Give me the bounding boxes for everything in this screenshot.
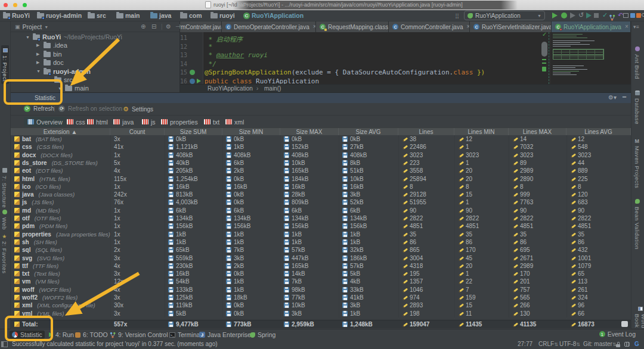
stripe-tab-word-book[interactable]: Word Book (634, 306, 644, 329)
run-anything-button[interactable] (586, 13, 592, 18)
toolwindow-switcher-icon[interactable] (1, 341, 8, 347)
table-row-svg[interactable]: svg(SVG files)3x559kB3kB447kB186kB300445… (11, 254, 631, 262)
table-row-ds_store[interactable]: ds_store(DS_STORE files)5x40kB6kB10kB8kB… (11, 159, 631, 167)
tree-chevron-icon[interactable]: ▼ (36, 69, 41, 73)
table-row-eot[interactable]: eot(EOT files)4x205kB2kB165kB51kB3558202… (11, 167, 631, 174)
table-row-html[interactable]: html(HTML files)115x1,254kB0kB184kB10kB2… (11, 175, 631, 183)
stripe-tab-7-structure[interactable]: 7: Structure (1, 168, 8, 208)
stripe-tab-maven-projects[interactable]: MMaven Projects (634, 138, 640, 188)
plugin-robot-icon[interactable] (624, 342, 630, 347)
tree-chevron-icon[interactable]: ▶ (36, 52, 41, 57)
breadcrumb-method[interactable]: main() (264, 85, 281, 92)
tree-chevron-icon[interactable]: ▼ (58, 86, 63, 91)
run-button[interactable] (552, 13, 558, 18)
statistic-header[interactable]: Statistic ⚙▾ ━ (11, 93, 631, 103)
editor-tab-CommonController.java[interactable]: CCommonController.java× (389, 21, 470, 32)
tree-item-doc[interactable]: ▶doc (36, 58, 64, 67)
event-log-button[interactable]: 1Event Log (599, 331, 636, 338)
nav-item-ruoyi[interactable]: ruoyi (210, 12, 235, 19)
table-row-java[interactable]: java(Java classes)242x813kB0kB28kB3kB291… (11, 191, 631, 198)
run-config-list-icon[interactable]: ⁞⁞ (453, 12, 461, 20)
nav-item-ruoyi[interactable]: RuoYi (3, 12, 30, 19)
table-row-md[interactable]: md(MD files)1x6kB6kB6kB6kB90909090 (11, 207, 631, 214)
editor-tab-ormController.java[interactable]: ormController.java× (180, 21, 222, 32)
editor-tab-RuoYiServletInitializer.java[interactable]: CRuoYiServletInitializer.java× (470, 21, 552, 32)
run-gutter-icon[interactable] (197, 79, 201, 83)
spring-bean-gutter-icon[interactable] (190, 70, 195, 75)
table-row-yml[interactable]: yml(YML files)3x5kB0kB3kB1kB1981113066 (11, 310, 631, 317)
tree-item-main[interactable]: ▼main (58, 84, 89, 92)
breadcrumb-class[interactable]: RuoYiApplication (208, 85, 253, 92)
total-row[interactable]: Total:557x9,477kB773kB2,959kB1,248kB1590… (11, 320, 631, 328)
locate-icon[interactable]: ⊕ (141, 23, 145, 30)
code-line-14[interactable]: */ (205, 60, 216, 68)
git-branch-widget[interactable]: Git: master⇅ (583, 341, 617, 347)
statusbar-item-9-version-control[interactable]: 9: Version Control (107, 331, 170, 339)
update-project-icon[interactable]: ✓ (601, 11, 609, 19)
table-row-woff[interactable]: woff(WOFF files)4x133kB1kB98kB33kB104677… (11, 286, 631, 294)
editor-breadcrumbs[interactable]: RuoYiApplication › main() (180, 84, 631, 92)
tree-chevron-icon[interactable]: ▶ (36, 43, 41, 48)
gear-icon[interactable]: ⚙ (166, 23, 171, 30)
zoom-window-button[interactable] (23, 3, 27, 7)
run-configuration-selector[interactable]: RuoYiApplication ▼ (464, 11, 545, 20)
nav-item-src[interactable]: src (88, 12, 106, 19)
translate-plugin-icon[interactable] (630, 13, 635, 18)
stripe-tab-ant-build[interactable]: Ant Build (634, 46, 640, 79)
nav-item-com[interactable]: com (180, 12, 202, 19)
code-line-13[interactable]: * @author ruoyi (205, 51, 268, 59)
statistic-gear-icon[interactable]: ⚙▾ (608, 94, 617, 101)
table-row-bat[interactable]: bat(BAT files)3x0kB0kB0kB0kB38121412 (11, 135, 631, 143)
run-class-gutter-icon[interactable] (190, 79, 195, 84)
editor-tab-DemoOperateController.java[interactable]: CDemoOperateController.java× (222, 21, 316, 32)
nav-item-ruoyiapplication[interactable]: CRuoYiApplication (243, 12, 304, 19)
close-window-button[interactable] (4, 3, 8, 7)
settings-button[interactable]: ⚙Settings (123, 105, 153, 113)
statistic-table[interactable]: bat(BAT files)3x0kB0kB0kB0kB38121412css(… (11, 135, 631, 317)
tab-list-icon[interactable]: ▾≡ (633, 24, 639, 30)
editor-tab-RuoYiApplication.java[interactable]: CRuoYiApplication.java× (552, 21, 631, 32)
statistic-tab-txt[interactable]: txt (200, 117, 223, 127)
tree-item-ruoyi-admin[interactable]: ▼ruoyi-admin (36, 67, 91, 76)
table-row-pdm[interactable]: pdm(PDM files)1x156kB156kB156kB156kB4851… (11, 222, 631, 230)
run-with-coverage-button[interactable] (570, 13, 575, 18)
statusbar-item-6-todo[interactable]: 6: TODO (73, 331, 110, 339)
table-row-css[interactable]: css(CSS files)41x1,121kB1kB152kB27kB2248… (11, 143, 631, 151)
line-ending-widget[interactable]: CRLF⇅ (538, 341, 558, 347)
table-row-vm[interactable]: vm(VM files)12x54kB1kB7kB4kB135722201113 (11, 278, 631, 285)
editor-tab-RequestMapping.class[interactable]: CRequestMapping.class× (316, 21, 389, 32)
table-row-sh[interactable]: sh(SH files)1x1kB1kB1kB1kB86868686 (11, 238, 631, 246)
statistic-tab-properties[interactable]: properties (157, 117, 202, 127)
statistic-tab-js[interactable]: js (138, 117, 159, 127)
code-line-15[interactable]: @SpringBootApplication(exclude = { DataS… (205, 68, 485, 76)
stripe-tab-database[interactable]: Database (634, 91, 640, 124)
tree-item-idea[interactable]: ▶.idea (36, 41, 67, 49)
table-row-otf[interactable]: otf(OTF files)1x134kB134kB134kB134kB2822… (11, 214, 631, 222)
stop-button[interactable] (594, 13, 599, 18)
tree-item-RuoYi[interactable]: ▼RuoYi~/IdeaProjects/RuoYi (26, 33, 122, 41)
tree-item-bin[interactable]: ▶bin (36, 50, 62, 58)
caret-position-widget[interactable]: 27:77 (518, 341, 532, 347)
editor-scrollbar[interactable] (541, 42, 547, 57)
statistic-tab-xml[interactable]: xml (222, 117, 247, 127)
statistic-tab-overview[interactable]: Overview (24, 117, 66, 127)
statusbar-item-java-enterprise[interactable]: JJava Enterprise (197, 331, 253, 339)
statistic-hide-icon[interactable]: ━ (623, 94, 626, 100)
refresh-on-selection-button[interactable]: ⟳Refresh on selection (58, 105, 122, 112)
statusbar-item-spring[interactable]: Spring (247, 331, 278, 339)
collapse-all-icon[interactable]: ⊟ (151, 23, 156, 30)
table-row-ttf[interactable]: ttf(TTF files)4x230kB2kB165kB57kB4318202… (11, 262, 631, 270)
stripe-tab-1-project[interactable]: 1: Project (1, 45, 9, 84)
refresh-button[interactable]: ⟳Refresh (24, 105, 54, 112)
nav-item-main[interactable]: main (116, 12, 140, 19)
stripe-tab-bean-validation[interactable]: Bean Validation (634, 199, 640, 250)
tree-chevron-icon[interactable]: ▼ (47, 78, 52, 82)
table-row-js[interactable]: js(JS files)76x4,003kB0kB809kB52kB519551… (11, 198, 631, 206)
minimize-window-button[interactable] (13, 3, 17, 7)
statistic-tab-html[interactable]: html (83, 117, 112, 127)
alibaba-guideline-icon[interactable] (636, 13, 641, 18)
tree-item-src[interactable]: ▼src (47, 76, 73, 84)
statusbar-item-statistic[interactable]: Statistic (10, 331, 45, 339)
nav-item-ruoyi-admin[interactable]: ruoyi-admin (37, 12, 82, 19)
tree-chevron-icon[interactable]: ▼ (26, 35, 30, 39)
